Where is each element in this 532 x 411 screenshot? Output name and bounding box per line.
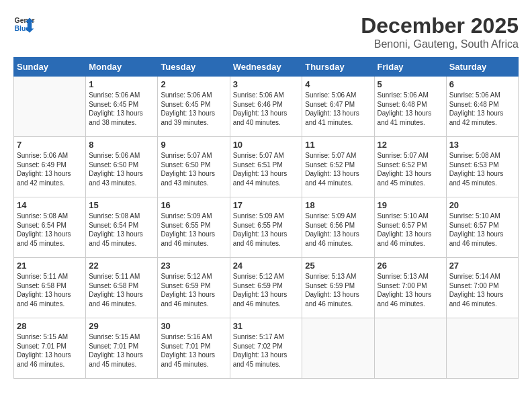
calendar-cell: 22Sunrise: 5:11 AM Sunset: 6:58 PM Dayli…: [86, 258, 158, 318]
day-info: Sunrise: 5:13 AM Sunset: 6:59 PM Dayligh…: [305, 272, 371, 308]
day-header-tuesday: Tuesday: [158, 58, 230, 77]
day-header-wednesday: Wednesday: [230, 58, 302, 77]
calendar-cell: 4Sunrise: 5:06 AM Sunset: 6:47 PM Daylig…: [302, 77, 374, 137]
day-info: Sunrise: 5:06 AM Sunset: 6:46 PM Dayligh…: [233, 91, 300, 127]
day-info: Sunrise: 5:13 AM Sunset: 7:00 PM Dayligh…: [378, 272, 443, 308]
day-number: 23: [161, 261, 226, 271]
calendar-cell: 26Sunrise: 5:13 AM Sunset: 7:00 PM Dayli…: [374, 258, 446, 318]
day-info: Sunrise: 5:10 AM Sunset: 6:57 PM Dayligh…: [378, 212, 443, 248]
calendar-cell: 30Sunrise: 5:16 AM Sunset: 7:01 PM Dayli…: [158, 318, 230, 379]
page-header: General Blue December 2025 Benoni, Gaute…: [13, 13, 519, 50]
day-info: Sunrise: 5:12 AM Sunset: 6:59 PM Dayligh…: [161, 272, 226, 308]
calendar-cell: 21Sunrise: 5:11 AM Sunset: 6:58 PM Dayli…: [14, 258, 86, 318]
calendar-cell: 28Sunrise: 5:15 AM Sunset: 7:01 PM Dayli…: [14, 318, 86, 379]
day-number: 17: [233, 200, 300, 210]
calendar-cell: 13Sunrise: 5:08 AM Sunset: 6:53 PM Dayli…: [446, 137, 518, 197]
calendar-header-row: SundayMondayTuesdayWednesdayThursdayFrid…: [14, 58, 519, 77]
calendar-cell: 7Sunrise: 5:06 AM Sunset: 6:49 PM Daylig…: [14, 137, 86, 197]
calendar-week-3: 14Sunrise: 5:08 AM Sunset: 6:54 PM Dayli…: [14, 197, 519, 258]
day-number: 30: [161, 321, 226, 331]
calendar-week-5: 28Sunrise: 5:15 AM Sunset: 7:01 PM Dayli…: [14, 318, 519, 379]
calendar-cell: 31Sunrise: 5:17 AM Sunset: 7:02 PM Dayli…: [230, 318, 302, 379]
day-number: 26: [378, 261, 443, 271]
day-number: 9: [161, 140, 226, 150]
calendar-cell: 12Sunrise: 5:07 AM Sunset: 6:52 PM Dayli…: [374, 137, 446, 197]
day-info: Sunrise: 5:09 AM Sunset: 6:56 PM Dayligh…: [305, 212, 371, 248]
day-number: 19: [378, 200, 443, 210]
calendar-cell: 8Sunrise: 5:06 AM Sunset: 6:50 PM Daylig…: [86, 137, 158, 197]
day-info: Sunrise: 5:06 AM Sunset: 6:45 PM Dayligh…: [89, 91, 154, 127]
day-number: 10: [233, 140, 300, 150]
calendar-cell: 24Sunrise: 5:12 AM Sunset: 6:59 PM Dayli…: [230, 258, 302, 318]
day-number: 28: [17, 321, 83, 331]
day-number: 7: [17, 140, 83, 150]
day-info: Sunrise: 5:14 AM Sunset: 7:00 PM Dayligh…: [449, 272, 515, 308]
day-number: 2: [161, 79, 226, 89]
day-number: 22: [89, 261, 154, 271]
calendar-cell: 3Sunrise: 5:06 AM Sunset: 6:46 PM Daylig…: [230, 77, 302, 137]
day-number: 6: [449, 79, 515, 89]
calendar-cell: 27Sunrise: 5:14 AM Sunset: 7:00 PM Dayli…: [446, 258, 518, 318]
day-number: 8: [89, 140, 154, 150]
day-number: 14: [17, 200, 83, 210]
calendar-week-2: 7Sunrise: 5:06 AM Sunset: 6:49 PM Daylig…: [14, 137, 519, 197]
day-info: Sunrise: 5:06 AM Sunset: 6:48 PM Dayligh…: [449, 91, 515, 127]
calendar-cell: 16Sunrise: 5:09 AM Sunset: 6:55 PM Dayli…: [158, 197, 230, 258]
day-info: Sunrise: 5:11 AM Sunset: 6:58 PM Dayligh…: [17, 272, 83, 308]
calendar-cell: 9Sunrise: 5:07 AM Sunset: 6:50 PM Daylig…: [158, 137, 230, 197]
day-info: Sunrise: 5:16 AM Sunset: 7:01 PM Dayligh…: [161, 332, 226, 369]
day-number: 4: [305, 79, 371, 89]
day-info: Sunrise: 5:07 AM Sunset: 6:51 PM Dayligh…: [233, 151, 300, 187]
day-info: Sunrise: 5:08 AM Sunset: 6:53 PM Dayligh…: [449, 151, 515, 187]
calendar-cell: 10Sunrise: 5:07 AM Sunset: 6:51 PM Dayli…: [230, 137, 302, 197]
day-header-sunday: Sunday: [14, 58, 86, 77]
day-info: Sunrise: 5:15 AM Sunset: 7:01 PM Dayligh…: [17, 332, 83, 369]
calendar-cell: 25Sunrise: 5:13 AM Sunset: 6:59 PM Dayli…: [302, 258, 374, 318]
calendar-cell: 20Sunrise: 5:10 AM Sunset: 6:57 PM Dayli…: [446, 197, 518, 258]
location-title: Benoni, Gauteng, South Africa: [361, 38, 519, 50]
calendar-cell: 14Sunrise: 5:08 AM Sunset: 6:54 PM Dayli…: [14, 197, 86, 258]
calendar-cell: 23Sunrise: 5:12 AM Sunset: 6:59 PM Dayli…: [158, 258, 230, 318]
calendar-cell: 17Sunrise: 5:09 AM Sunset: 6:55 PM Dayli…: [230, 197, 302, 258]
day-number: 5: [378, 79, 443, 89]
day-info: Sunrise: 5:06 AM Sunset: 6:45 PM Dayligh…: [161, 91, 226, 127]
day-number: 18: [305, 200, 371, 210]
calendar-week-4: 21Sunrise: 5:11 AM Sunset: 6:58 PM Dayli…: [14, 258, 519, 318]
calendar-cell: 15Sunrise: 5:08 AM Sunset: 6:54 PM Dayli…: [86, 197, 158, 258]
day-number: 21: [17, 261, 83, 271]
day-info: Sunrise: 5:09 AM Sunset: 6:55 PM Dayligh…: [161, 212, 226, 248]
calendar-cell: 6Sunrise: 5:06 AM Sunset: 6:48 PM Daylig…: [446, 77, 518, 137]
day-info: Sunrise: 5:06 AM Sunset: 6:50 PM Dayligh…: [89, 151, 154, 187]
calendar-cell: [14, 77, 86, 137]
calendar-table: SundayMondayTuesdayWednesdayThursdayFrid…: [13, 57, 519, 379]
calendar-week-1: 1Sunrise: 5:06 AM Sunset: 6:45 PM Daylig…: [14, 77, 519, 137]
day-info: Sunrise: 5:17 AM Sunset: 7:02 PM Dayligh…: [233, 332, 300, 369]
calendar-cell: 2Sunrise: 5:06 AM Sunset: 6:45 PM Daylig…: [158, 77, 230, 137]
day-info: Sunrise: 5:07 AM Sunset: 6:50 PM Dayligh…: [161, 151, 226, 187]
day-number: 24: [233, 261, 300, 271]
day-number: 1: [89, 79, 154, 89]
logo-icon: General Blue: [13, 13, 35, 35]
calendar-cell: [446, 318, 518, 379]
day-number: 3: [233, 79, 300, 89]
day-number: 12: [378, 140, 443, 150]
day-info: Sunrise: 5:12 AM Sunset: 6:59 PM Dayligh…: [233, 272, 300, 308]
day-info: Sunrise: 5:06 AM Sunset: 6:47 PM Dayligh…: [305, 91, 371, 127]
calendar-cell: 5Sunrise: 5:06 AM Sunset: 6:48 PM Daylig…: [374, 77, 446, 137]
day-header-saturday: Saturday: [446, 58, 518, 77]
calendar-cell: [302, 318, 374, 379]
calendar-cell: [374, 318, 446, 379]
calendar-cell: 11Sunrise: 5:07 AM Sunset: 6:52 PM Dayli…: [302, 137, 374, 197]
day-info: Sunrise: 5:07 AM Sunset: 6:52 PM Dayligh…: [378, 151, 443, 187]
day-info: Sunrise: 5:15 AM Sunset: 7:01 PM Dayligh…: [89, 332, 154, 369]
logo: General Blue: [13, 13, 35, 35]
day-info: Sunrise: 5:11 AM Sunset: 6:58 PM Dayligh…: [89, 272, 154, 308]
day-header-thursday: Thursday: [302, 58, 374, 77]
day-info: Sunrise: 5:10 AM Sunset: 6:57 PM Dayligh…: [449, 212, 515, 248]
day-number: 15: [89, 200, 154, 210]
day-header-friday: Friday: [374, 58, 446, 77]
calendar-cell: 1Sunrise: 5:06 AM Sunset: 6:45 PM Daylig…: [86, 77, 158, 137]
month-title: December 2025: [361, 13, 519, 38]
day-header-monday: Monday: [86, 58, 158, 77]
day-info: Sunrise: 5:06 AM Sunset: 6:48 PM Dayligh…: [378, 91, 443, 127]
